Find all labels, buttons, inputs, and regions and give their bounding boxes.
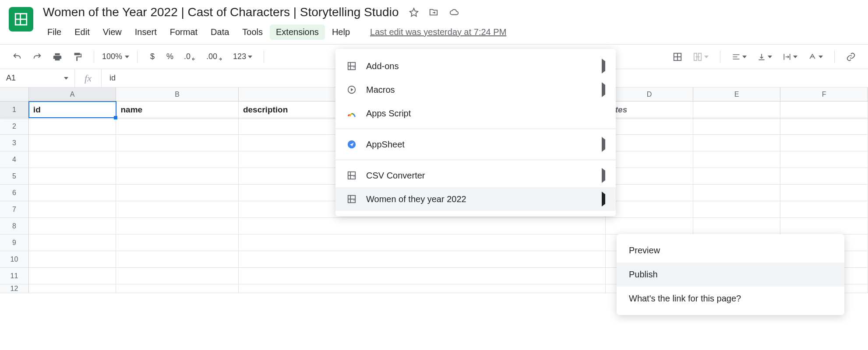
menu-edit[interactable]: Edit: [68, 24, 95, 40]
merge-cells-button[interactable]: [689, 50, 712, 64]
cell[interactable]: [693, 201, 781, 217]
cell[interactable]: [29, 251, 116, 267]
cell[interactable]: [606, 218, 693, 234]
cell[interactable]: [780, 168, 868, 184]
cell[interactable]: [239, 284, 606, 293]
cell-D1[interactable]: otes: [606, 102, 693, 118]
cloud-status-icon[interactable]: [448, 7, 460, 17]
cell[interactable]: [780, 151, 868, 168]
column-header-B[interactable]: B: [116, 88, 238, 101]
row-header[interactable]: 5: [0, 168, 29, 184]
cell[interactable]: [239, 251, 606, 267]
cell[interactable]: [116, 151, 238, 168]
submenu-item-preview[interactable]: Preview: [617, 238, 844, 262]
menu-insert[interactable]: Insert: [129, 24, 163, 40]
cell[interactable]: [693, 118, 781, 134]
document-title[interactable]: Women of the Year 2022 | Cast of Charact…: [41, 4, 400, 20]
menu-format[interactable]: Format: [164, 24, 204, 40]
menu-item-apps-script[interactable]: Apps Script: [335, 102, 616, 125]
cell[interactable]: [780, 135, 868, 151]
cell[interactable]: [116, 218, 238, 234]
cell[interactable]: [116, 251, 238, 267]
cell[interactable]: [606, 168, 693, 184]
row-header-1[interactable]: 1: [0, 102, 29, 118]
row-header[interactable]: 11: [0, 268, 29, 284]
vertical-align-button[interactable]: [754, 50, 776, 64]
row-header[interactable]: 3: [0, 135, 29, 151]
name-box[interactable]: A1: [0, 74, 74, 83]
submenu-item-publish[interactable]: Publish: [617, 262, 844, 287]
cell[interactable]: [239, 268, 606, 284]
star-icon[interactable]: [409, 7, 419, 17]
column-header-F[interactable]: F: [780, 88, 868, 101]
text-rotation-button[interactable]: [804, 50, 826, 64]
cell[interactable]: [693, 135, 781, 151]
row-header[interactable]: 9: [0, 234, 29, 251]
column-header-D[interactable]: D: [606, 88, 693, 101]
column-header-E[interactable]: E: [693, 88, 781, 101]
cell[interactable]: [780, 201, 868, 217]
menu-file[interactable]: File: [41, 24, 67, 40]
cell[interactable]: [116, 268, 238, 284]
cell[interactable]: [29, 151, 116, 168]
cell[interactable]: [780, 185, 868, 201]
print-button[interactable]: [49, 50, 66, 64]
text-wrap-button[interactable]: [779, 50, 801, 64]
move-icon[interactable]: [428, 7, 439, 17]
row-header[interactable]: 6: [0, 185, 29, 201]
redo-button[interactable]: [29, 50, 46, 64]
cell[interactable]: [693, 151, 781, 168]
menu-data[interactable]: Data: [205, 24, 235, 40]
paint-format-button[interactable]: [69, 50, 86, 64]
cell[interactable]: [780, 118, 868, 134]
cell[interactable]: [116, 185, 238, 201]
cell[interactable]: [239, 234, 606, 251]
insert-link-button[interactable]: [843, 50, 859, 64]
cell[interactable]: [29, 201, 116, 217]
menu-item-appsheet[interactable]: AppSheet: [335, 133, 616, 156]
row-header[interactable]: 7: [0, 201, 29, 217]
cell[interactable]: [116, 234, 238, 251]
cell[interactable]: [606, 151, 693, 168]
cell[interactable]: [780, 218, 868, 234]
borders-button[interactable]: [669, 50, 686, 64]
menu-view[interactable]: View: [97, 24, 128, 40]
last-edit-link[interactable]: Last edit was yesterday at 7:24 PM: [370, 27, 506, 37]
cell[interactable]: [693, 218, 781, 234]
zoom-select[interactable]: 100%: [102, 52, 129, 61]
cell[interactable]: [606, 201, 693, 217]
cell-B1[interactable]: name: [116, 102, 238, 118]
cell[interactable]: [29, 234, 116, 251]
menu-item-add-ons[interactable]: + Add-ons: [335, 54, 616, 78]
submenu-item-whats-link[interactable]: What's the link for this page?: [617, 287, 844, 311]
menu-tools[interactable]: Tools: [236, 24, 269, 40]
row-header[interactable]: 10: [0, 251, 29, 267]
cell[interactable]: [606, 118, 693, 134]
cell[interactable]: [606, 135, 693, 151]
cell[interactable]: [29, 218, 116, 234]
cell[interactable]: [693, 168, 781, 184]
cell[interactable]: [29, 185, 116, 201]
row-header[interactable]: 12: [0, 284, 29, 293]
menu-item-csv-converter[interactable]: + CSV Converter: [335, 164, 616, 187]
row-header[interactable]: 4: [0, 151, 29, 168]
cell[interactable]: [29, 284, 116, 293]
cell-E1[interactable]: [693, 102, 781, 118]
horizontal-align-button[interactable]: [728, 50, 750, 64]
row-header[interactable]: 8: [0, 218, 29, 234]
column-header-A[interactable]: A: [29, 88, 116, 101]
cell[interactable]: [29, 268, 116, 284]
menu-extensions[interactable]: Extensions: [270, 24, 325, 40]
more-formats-button[interactable]: 123: [229, 50, 256, 64]
cell[interactable]: [29, 135, 116, 151]
cell-F1[interactable]: [780, 102, 868, 118]
cell[interactable]: [116, 135, 238, 151]
undo-button[interactable]: [9, 50, 25, 64]
format-percent-button[interactable]: %: [163, 50, 177, 64]
cell[interactable]: [29, 118, 116, 134]
selection-handle[interactable]: [114, 116, 117, 119]
select-all-corner[interactable]: [0, 88, 29, 101]
decrease-decimal-button[interactable]: .0: [180, 50, 199, 64]
cell-A1[interactable]: id: [29, 102, 116, 118]
cell[interactable]: [116, 284, 238, 293]
